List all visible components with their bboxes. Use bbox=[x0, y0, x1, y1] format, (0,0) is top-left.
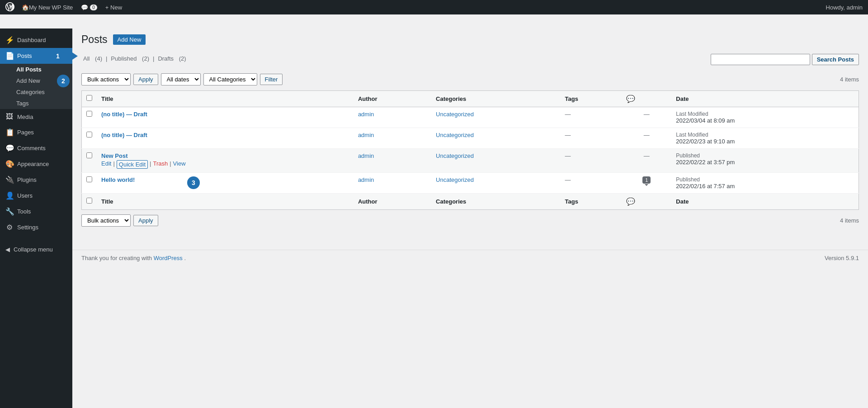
filter-published-link[interactable]: Published (2) bbox=[109, 55, 151, 62]
users-icon: 👤 bbox=[5, 191, 14, 200]
row-author-cell: admin bbox=[354, 172, 431, 193]
date-column-header[interactable]: Date bbox=[671, 90, 859, 107]
row-tags-cell: — bbox=[561, 107, 622, 128]
sidebar-item-users[interactable]: 👤 Users bbox=[0, 188, 72, 204]
row-date-value: 2022/03/04 at 8:09 am bbox=[676, 117, 735, 124]
collapse-menu-button[interactable]: ◀ Collapse menu bbox=[0, 242, 72, 256]
wp-wrap: ⚡ Dashboard 📄 Posts 1 All Posts Add New … bbox=[0, 28, 868, 408]
tablenav-bottom: Bulk actions Apply 4 items bbox=[81, 213, 859, 228]
row-title[interactable]: New Post bbox=[101, 152, 128, 159]
apply-button-top[interactable]: Apply bbox=[133, 74, 158, 85]
title-column-header[interactable]: Title bbox=[97, 90, 354, 107]
comment-count-bubble[interactable]: 1 bbox=[642, 176, 651, 184]
row-category[interactable]: Uncategorized bbox=[436, 132, 474, 138]
sidebar-item-comments[interactable]: 💬 Comments bbox=[0, 140, 72, 156]
row-category[interactable]: Uncategorized bbox=[436, 111, 474, 118]
submenu-all-posts[interactable]: All Posts bbox=[0, 64, 72, 75]
add-new-button[interactable]: Add New bbox=[113, 34, 146, 45]
sidebar-item-tools[interactable]: 🔧 Tools bbox=[0, 204, 72, 219]
adminbar-site-name[interactable]: 🏠 My New WP Site bbox=[18, 0, 76, 14]
tags-column-header[interactable]: Tags bbox=[561, 90, 622, 107]
row-category[interactable]: Uncategorized bbox=[436, 176, 474, 183]
row-author[interactable]: admin bbox=[358, 152, 374, 159]
row-author[interactable]: admin bbox=[358, 111, 374, 118]
author-column-header[interactable]: Author bbox=[354, 90, 431, 107]
appearance-icon: 🎨 bbox=[5, 160, 14, 168]
page-title-area: Posts Add New bbox=[81, 33, 859, 47]
dashboard-icon: ⚡ bbox=[5, 36, 14, 44]
categories-column-footer: Categories bbox=[431, 193, 560, 209]
bulk-actions-select-bottom[interactable]: Bulk actions bbox=[81, 214, 131, 227]
row-comments-cell: — bbox=[622, 107, 671, 128]
row-date-cell: Published 2022/02/16 at 7:57 am bbox=[671, 172, 859, 193]
row-categories-cell: Uncategorized bbox=[431, 107, 560, 128]
adminbar-comments[interactable]: 💬 0 bbox=[77, 0, 101, 14]
row-author-cell: admin bbox=[354, 148, 431, 172]
row-author[interactable]: admin bbox=[358, 132, 374, 138]
submenu-add-new[interactable]: Add New 2 bbox=[0, 75, 72, 86]
select-all-footer bbox=[82, 193, 97, 209]
filter-button[interactable]: Filter bbox=[260, 74, 283, 85]
tablenav-top: Bulk actions Apply All dates All Categor… bbox=[81, 72, 859, 87]
collapse-icon: ◀ bbox=[5, 246, 10, 253]
title-column-footer: Title bbox=[97, 193, 354, 209]
callout-2: 2 bbox=[57, 75, 70, 87]
bulk-actions-select-top[interactable]: Bulk actions bbox=[81, 73, 131, 85]
row-checkbox[interactable] bbox=[86, 152, 92, 158]
category-filter-select[interactable]: All Categories bbox=[203, 73, 257, 85]
row-date-cell: Last Modified 2022/03/04 at 8:09 am bbox=[671, 107, 859, 128]
admin-menu: ⚡ Dashboard 📄 Posts 1 All Posts Add New … bbox=[0, 28, 72, 408]
sidebar-item-settings[interactable]: ⚙ Settings bbox=[0, 219, 72, 235]
submenu-tags[interactable]: Tags bbox=[0, 98, 72, 109]
apply-button-bottom[interactable]: Apply bbox=[133, 215, 158, 226]
row-action-trash[interactable]: Trash bbox=[153, 160, 168, 169]
filter-all-link[interactable]: All (4) bbox=[81, 55, 104, 62]
row-title[interactable]: (no title) — Draft bbox=[101, 111, 147, 118]
select-all-checkbox-footer[interactable] bbox=[86, 198, 92, 204]
submenu-categories[interactable]: Categories bbox=[0, 86, 72, 98]
categories-column-header[interactable]: Categories bbox=[431, 90, 560, 107]
row-checkbox[interactable] bbox=[86, 132, 92, 138]
search-input[interactable] bbox=[711, 54, 810, 65]
row-author[interactable]: admin bbox=[358, 176, 374, 183]
sidebar-item-media[interactable]: 🖼 Media bbox=[0, 109, 72, 124]
date-filter-select[interactable]: All dates bbox=[161, 73, 201, 85]
row-tags-cell: — bbox=[561, 128, 622, 148]
row-tags-cell: — bbox=[561, 172, 622, 193]
row-actions: Edit | Quick Edit | Trash | View bbox=[101, 160, 349, 169]
wp-footer: Thank you for creating with WordPress . … bbox=[72, 250, 868, 266]
sidebar-item-pages[interactable]: 📋 Pages bbox=[0, 124, 72, 140]
row-comments-cell: — bbox=[622, 148, 671, 172]
posts-table: Title Author Categories Tags 💬 Date bbox=[81, 90, 859, 210]
house-icon: 🏠 bbox=[22, 4, 29, 11]
wp-logo[interactable] bbox=[5, 2, 14, 13]
select-all-header bbox=[82, 90, 97, 107]
row-date-status: Published bbox=[676, 152, 854, 159]
row-checkbox[interactable] bbox=[86, 176, 92, 182]
search-posts-button[interactable]: Search Posts bbox=[812, 54, 859, 65]
sidebar-item-plugins[interactable]: 🔌 Plugins bbox=[0, 172, 72, 188]
sidebar-item-dashboard[interactable]: ⚡ Dashboard bbox=[0, 32, 72, 48]
posts-arrow bbox=[72, 52, 78, 60]
row-title[interactable]: Hello world! bbox=[101, 176, 135, 183]
row-checkbox-cell bbox=[82, 107, 97, 128]
comment-bubble-icon-footer: 💬 bbox=[626, 198, 635, 205]
row-action-quick-edit[interactable]: Quick Edit bbox=[117, 160, 148, 169]
comments-column-footer: 💬 bbox=[622, 193, 671, 209]
page-title: Posts bbox=[81, 33, 108, 47]
row-date-status: Last Modified bbox=[676, 111, 854, 117]
select-all-checkbox[interactable] bbox=[86, 95, 92, 101]
items-count-top: 4 items bbox=[840, 76, 859, 83]
row-action-view[interactable]: View bbox=[173, 160, 186, 169]
row-action-edit[interactable]: Edit bbox=[101, 160, 111, 169]
settings-icon: ⚙ bbox=[5, 223, 14, 232]
filter-drafts-link[interactable]: Drafts (2) bbox=[156, 55, 188, 62]
adminbar-new[interactable]: + New bbox=[102, 0, 126, 14]
sidebar-item-appearance[interactable]: 🎨 Appearance bbox=[0, 156, 72, 172]
row-checkbox[interactable] bbox=[86, 111, 92, 117]
row-category[interactable]: Uncategorized bbox=[436, 152, 474, 159]
comments-column-header[interactable]: 💬 bbox=[622, 90, 671, 107]
sidebar-item-posts[interactable]: 📄 Posts 1 bbox=[0, 48, 72, 64]
row-title[interactable]: (no title) — Draft bbox=[101, 132, 147, 138]
wp-link[interactable]: WordPress bbox=[154, 255, 183, 261]
